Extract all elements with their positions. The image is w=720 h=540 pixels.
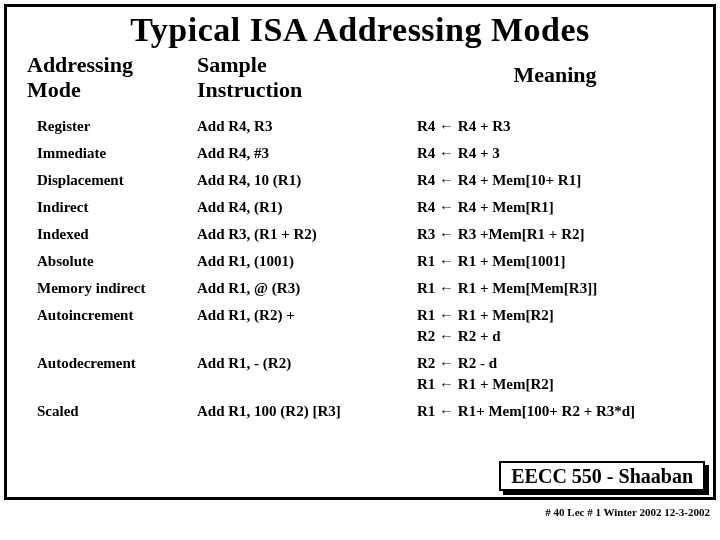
mode-cell: Indexed: [27, 226, 197, 243]
sample-cell: Add R4, 10 (R1): [197, 172, 417, 189]
slide-title: Typical ISA Addressing Modes: [27, 11, 693, 49]
header-meaning: Meaning: [417, 53, 693, 102]
mode-cell: Immediate: [27, 145, 197, 162]
sample-cell: Add R1, (1001): [197, 253, 417, 270]
table-row: RegisterAdd R4, R3R4 ← R4 + R3: [27, 108, 693, 135]
mode-cell: Indirect: [27, 199, 197, 216]
sample-cell: Add R1, (R2) +: [197, 307, 417, 324]
meaning-cell: R1 ← R1+ Mem[100+ R2 + R3*d]: [417, 403, 693, 420]
sample-cell: Add R4, #3: [197, 145, 417, 162]
table-row: R2 ← R2 + d: [27, 324, 693, 345]
meaning-cell: R1 ← R1 + Mem[R2]: [417, 307, 693, 324]
meaning-cell: R4 ← R4 + R3: [417, 118, 693, 135]
sample-cell: Add R4, R3: [197, 118, 417, 135]
meaning-cell: R2 ← R2 + d: [417, 328, 693, 345]
meaning-cell: R1 ← R1 + Mem[R2]: [417, 376, 693, 393]
meaning-cell: R1 ← R1 + Mem[Mem[R3]]: [417, 280, 693, 297]
sample-cell: Add R1, - (R2): [197, 355, 417, 372]
table-row: ImmediateAdd R4, #3R4 ← R4 + 3: [27, 135, 693, 162]
meaning-cell: R2 ← R2 - d: [417, 355, 693, 372]
table-row: IndirectAdd R4, (R1)R4 ← R4 + Mem[R1]: [27, 189, 693, 216]
table-row: ScaledAdd R1, 100 (R2) [R3]R1 ← R1+ Mem[…: [27, 393, 693, 420]
table-row: AbsoluteAdd R1, (1001)R1 ← R1 + Mem[1001…: [27, 243, 693, 270]
meaning-cell: R3 ← R3 +Mem[R1 + R2]: [417, 226, 693, 243]
meaning-cell: R1 ← R1 + Mem[1001]: [417, 253, 693, 270]
mode-cell: Autodecrement: [27, 355, 197, 372]
sample-cell: Add R1, 100 (R2) [R3]: [197, 403, 417, 420]
table-row: R1 ← R1 + Mem[R2]: [27, 372, 693, 393]
header-sample: SampleInstruction: [197, 53, 417, 102]
table-row: Memory indirectAdd R1, @ (R3)R1 ← R1 + M…: [27, 270, 693, 297]
table-row: DisplacementAdd R4, 10 (R1)R4 ← R4 + Mem…: [27, 162, 693, 189]
meaning-cell: R4 ← R4 + 3: [417, 145, 693, 162]
slide-frame: Typical ISA Addressing Modes AddressingM…: [4, 4, 716, 500]
meaning-cell: R4 ← R4 + Mem[10+ R1]: [417, 172, 693, 189]
mode-cell: Autoincrement: [27, 307, 197, 324]
header-mode: AddressingMode: [27, 53, 197, 102]
mode-cell: Absolute: [27, 253, 197, 270]
mode-cell: Scaled: [27, 403, 197, 420]
footer-badge: EECC 550 - Shaaban: [499, 461, 705, 491]
footer-line: # 40 Lec # 1 Winter 2002 12-3-2002: [545, 506, 710, 518]
sample-cell: Add R3, (R1 + R2): [197, 226, 417, 243]
column-headers: AddressingMode SampleInstruction Meaning: [27, 53, 693, 102]
sample-cell: Add R4, (R1): [197, 199, 417, 216]
sample-cell: Add R1, @ (R3): [197, 280, 417, 297]
table-row: IndexedAdd R3, (R1 + R2)R3 ← R3 +Mem[R1 …: [27, 216, 693, 243]
meaning-cell: R4 ← R4 + Mem[R1]: [417, 199, 693, 216]
table-row: AutoincrementAdd R1, (R2) +R1 ← R1 + Mem…: [27, 297, 693, 324]
addressing-modes-table: RegisterAdd R4, R3R4 ← R4 + R3ImmediateA…: [27, 108, 693, 420]
mode-cell: Memory indirect: [27, 280, 197, 297]
mode-cell: Register: [27, 118, 197, 135]
mode-cell: Displacement: [27, 172, 197, 189]
table-row: AutodecrementAdd R1, - (R2)R2 ← R2 - d: [27, 345, 693, 372]
